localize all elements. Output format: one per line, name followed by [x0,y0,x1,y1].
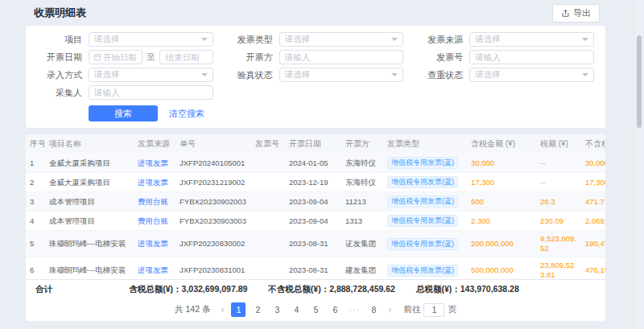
scrollbar-thumb[interactable] [637,35,642,128]
table-row: 4 成本管理项目 费用台账 FYBX20230903003 2023-09-04… [26,212,605,231]
cell-invoice-no [251,154,285,173]
cell-invoice-type: 增值税专用发票(蓝) [383,192,467,212]
cell-project-name: 珠穆朗玛峰—电梯安装 [45,257,134,280]
filter-invoice-date-label: 开票日期 [37,51,82,64]
dup-check-status-select[interactable]: 请选择 [469,68,594,82]
cell-invoice-type: 增值税专用发票(蓝) [383,257,467,280]
invoice-type-select-placeholder: 请选择 [285,34,389,45]
cell-invoice-type: 增值税专用发票(蓝) [383,154,467,173]
project-select-placeholder: 请选择 [94,34,198,45]
cell-amount-excl-tax: 17,300 [581,173,605,192]
filter-dup-check-status: 查重状态 请选择 [418,68,594,82]
invoice-source-select[interactable]: 请选择 [469,32,594,47]
cell-tax: -- [536,154,581,173]
cell-amount-excl-tax: 476,190,476.19 [581,257,605,280]
cell-invoice-no [251,257,285,280]
invoice-no-input[interactable] [469,50,594,64]
filter-invoice-no-label: 发票号 [418,51,463,64]
page-button-1[interactable]: 1 [231,302,246,317]
page-button-2[interactable]: 2 [250,302,265,317]
filter-panel: 项目 请选择 发票类型 请选择 发票来源 请选择 [26,26,605,128]
cell-amount-excl-tax: 30,000 [581,154,605,173]
column-invoice-type: 发票类型 [383,134,467,154]
table-row: 3 成本管理项目 费用台账 FYBX20230902003 2023-09-04… [26,192,605,212]
cell-amount-excl-tax: 2,069.91 [581,212,605,231]
chevron-down-icon [201,73,208,76]
table-scroll-area[interactable]: 序号 项目名称 发票来源 单号 发票号 开票日期 开票方 发票类型 含税金额 (… [26,134,605,279]
page-button-6[interactable]: 6 [328,302,342,317]
page-button-4[interactable]: 4 [289,302,303,317]
search-button[interactable]: 搜索 [89,105,158,121]
app-root: 收票明细表 导出 项目 请选择 发票类型 请选择 [0,0,644,329]
goto-page-input[interactable] [423,303,444,317]
page-button-8[interactable]: 8 [366,302,381,317]
filter-collector: 采集人 [37,85,213,100]
invoice-type-tag: 增值税专用发票(蓝) [387,176,458,188]
date-end-input[interactable] [159,50,213,64]
filter-invoice-type-label: 发票类型 [228,34,273,46]
cell-index: 1 [26,154,45,173]
cell-invoice-source[interactable]: 进项发票 [134,231,175,257]
date-start-field[interactable] [101,51,138,63]
total-excl-tax: 不含税总额(¥)：2,888,728,459.62 [268,284,395,295]
date-range-separator: 至 [147,51,155,63]
cell-invoice-source[interactable]: 进项发票 [134,173,175,192]
cell-index: 6 [26,257,45,280]
page-button-5[interactable]: 5 [308,302,323,317]
chevron-down-icon [582,38,588,41]
collector-input[interactable] [89,85,213,100]
cell-project-name: 金威大厦采购项目 [45,173,134,192]
table-row: 6 珠穆朗玛峰—电梯安装 进项发票 JXFP20230831001 2023-0… [26,257,605,280]
date-start-input[interactable] [89,50,142,64]
filter-invoice-type: 发票类型 请选择 [228,32,404,47]
invoice-type-tag: 增值税专用发票(蓝) [387,238,458,250]
prev-page-icon[interactable]: ‹ [218,304,226,315]
clear-search-button[interactable]: 清空搜索 [169,108,204,120]
issuer-input[interactable] [279,50,404,64]
column-amount-incl-tax: 含税金额 (¥) [467,134,536,154]
cell-invoice-no [251,212,285,231]
invoice-type-tag: 增值税专用发票(蓝) [387,265,458,277]
cell-tax: 230.09 [536,212,581,231]
filter-invoice-source: 发票来源 请选择 [418,32,594,47]
more-pages-icon[interactable]: ··· [347,302,361,317]
cell-invoice-date: 2024-01-05 [285,154,341,173]
cell-project-name: 成本管理项目 [45,212,134,231]
page-button-3[interactable]: 3 [270,302,284,317]
entry-method-select[interactable]: 请选择 [89,68,213,82]
next-page-icon[interactable]: › [386,304,394,315]
cell-invoice-type: 增值税专用发票(蓝) [383,212,467,231]
export-button[interactable]: 导出 [552,4,600,23]
cell-amount-excl-tax: 190,476,190.48 [581,231,605,257]
cell-issuer: 东海特仪 [341,154,383,173]
cell-invoice-date: 2023-12-19 [285,173,341,192]
cell-invoice-source[interactable]: 费用台账 [134,192,175,212]
chevron-down-icon [391,73,398,76]
cell-invoice-type: 增值税专用发票(蓝) [383,173,467,192]
dup-check-status-select-placeholder: 请选择 [475,69,579,80]
filter-verify-status-label: 验真状态 [228,69,273,81]
export-label: 导出 [573,7,591,19]
column-project-name: 项目名称 [45,134,134,154]
project-select[interactable]: 请选择 [89,32,213,47]
cell-tax: 28.3 [536,192,581,212]
invoice-type-select[interactable]: 请选择 [279,32,404,47]
column-invoice-source: 发票来源 [134,134,175,154]
cell-tax: -- [536,173,581,192]
cell-amount-excl-tax: 471.7 [581,192,605,212]
cell-invoice-source[interactable]: 进项发票 [134,257,175,280]
cell-invoice-source[interactable]: 费用台账 [134,212,175,231]
goto-suffix: 页 [448,304,456,315]
chevron-down-icon [391,38,398,41]
page-scrollbar[interactable] [636,0,642,329]
cell-index: 3 [26,192,45,212]
cell-invoice-no [251,231,285,257]
cell-amount-incl-tax: 2,300 [467,212,536,231]
chevron-down-icon [201,38,208,41]
invoice-source-select-placeholder: 请选择 [475,34,579,45]
cell-index: 2 [26,173,45,192]
cell-invoice-source[interactable]: 进项发票 [134,154,175,173]
verify-status-select[interactable]: 请选择 [279,68,404,82]
date-end-field[interactable] [164,51,208,63]
summary-row: 合计 含税总额(¥)：3,032,699,097.89 不含税总额(¥)：2,8… [26,279,605,298]
